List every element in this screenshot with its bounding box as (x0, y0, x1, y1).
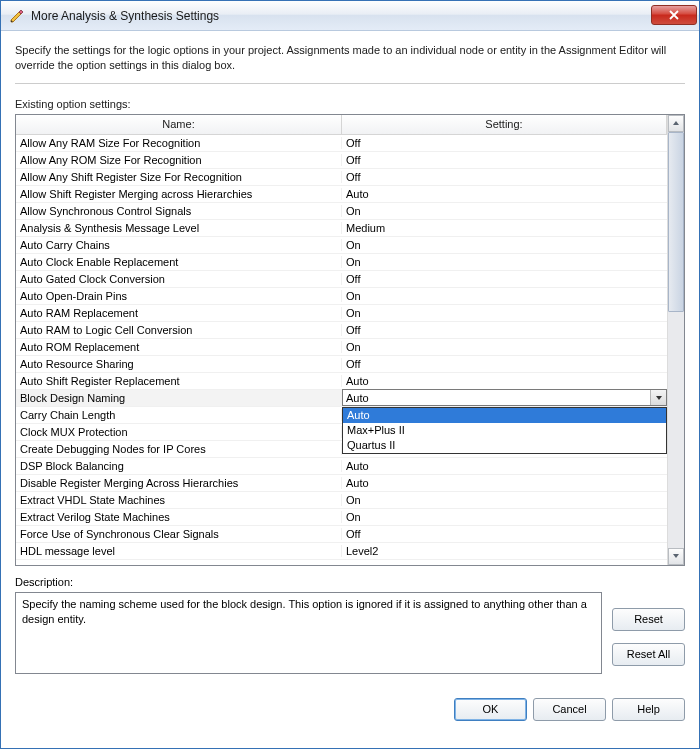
setting-name: Extract VHDL State Machines (16, 494, 342, 506)
table-row[interactable]: Auto Clock Enable ReplacementOn (16, 254, 667, 271)
setting-name: Allow Shift Register Merging across Hier… (16, 188, 342, 200)
setting-name: Auto ROM Replacement (16, 341, 342, 353)
table-row[interactable]: Allow Any Shift Register Size For Recogn… (16, 169, 667, 186)
setting-value[interactable]: Off (342, 528, 667, 540)
table-row[interactable]: Allow Any RAM Size For RecognitionOff (16, 135, 667, 152)
setting-value[interactable]: Off (342, 137, 667, 149)
settings-grid: Name: Setting: Allow Any RAM Size For Re… (15, 114, 685, 566)
setting-name: Clock MUX Protection (16, 426, 342, 438)
setting-value[interactable]: Auto (342, 389, 667, 406)
ok-button[interactable]: OK (454, 698, 527, 721)
dropdown-option[interactable]: Max+Plus II (343, 423, 666, 438)
reset-all-button[interactable]: Reset All (612, 643, 685, 666)
setting-value[interactable]: Level2 (342, 545, 667, 557)
setting-name: Auto Gated Clock Conversion (16, 273, 342, 285)
window-title: More Analysis & Synthesis Settings (31, 9, 651, 23)
setting-name: Allow Synchronous Control Signals (16, 205, 342, 217)
setting-value[interactable]: Off (342, 358, 667, 370)
setting-value[interactable]: On (342, 290, 667, 302)
setting-name: Create Debugging Nodes for IP Cores (16, 443, 342, 455)
setting-value[interactable]: Off (342, 154, 667, 166)
table-row[interactable]: Allow Synchronous Control SignalsOn (16, 203, 667, 220)
description-label: Description: (15, 576, 685, 588)
setting-value[interactable]: On (342, 494, 667, 506)
setting-name: Extract Verilog State Machines (16, 511, 342, 523)
table-row[interactable]: Auto Resource SharingOff (16, 356, 667, 373)
setting-name: Analysis & Synthesis Message Level (16, 222, 342, 234)
titlebar[interactable]: More Analysis & Synthesis Settings (1, 1, 699, 31)
combobox-text: Auto (343, 392, 650, 404)
app-icon (9, 8, 25, 24)
dropdown-option[interactable]: Auto (343, 408, 666, 423)
dialog-window: More Analysis & Synthesis Settings Speci… (0, 0, 700, 749)
table-row[interactable]: HDL message levelLevel2 (16, 543, 667, 560)
setting-value[interactable]: On (342, 307, 667, 319)
vertical-scrollbar[interactable] (667, 115, 684, 565)
setting-name: Auto Clock Enable Replacement (16, 256, 342, 268)
table-row[interactable]: Auto Carry ChainsOn (16, 237, 667, 254)
table-row[interactable]: Allow Shift Register Merging across Hier… (16, 186, 667, 203)
chevron-down-icon[interactable] (650, 390, 666, 405)
setting-value[interactable]: On (342, 511, 667, 523)
setting-name: Force Use of Synchronous Clear Signals (16, 528, 342, 540)
table-row[interactable]: Auto ROM ReplacementOn (16, 339, 667, 356)
help-button[interactable]: Help (612, 698, 685, 721)
scroll-thumb[interactable] (668, 132, 684, 312)
setting-value[interactable]: On (342, 205, 667, 217)
close-button[interactable] (651, 5, 697, 25)
setting-name: Auto Carry Chains (16, 239, 342, 251)
table-row[interactable]: Analysis & Synthesis Message LevelMedium (16, 220, 667, 237)
grid-header: Name: Setting: (16, 115, 667, 135)
table-row[interactable]: Auto RAM ReplacementOn (16, 305, 667, 322)
scroll-track[interactable] (668, 132, 684, 548)
scroll-up-arrow[interactable] (668, 115, 684, 132)
reset-button[interactable]: Reset (612, 608, 685, 631)
table-row[interactable]: Disable Register Merging Across Hierarch… (16, 475, 667, 492)
dialog-content: Specify the settings for the logic optio… (1, 31, 699, 748)
setting-value[interactable]: On (342, 239, 667, 251)
setting-name: Block Design Naming (16, 392, 342, 404)
table-row[interactable]: DSP Block BalancingAuto (16, 458, 667, 475)
table-row[interactable]: Auto RAM to Logic Cell ConversionOff (16, 322, 667, 339)
setting-value[interactable]: Auto (342, 477, 667, 489)
setting-name: Auto Resource Sharing (16, 358, 342, 370)
column-header-name[interactable]: Name: (16, 115, 342, 134)
table-row[interactable]: Auto Gated Clock ConversionOff (16, 271, 667, 288)
setting-combobox[interactable]: Auto (342, 389, 667, 406)
column-header-setting[interactable]: Setting: (342, 115, 667, 134)
setting-value[interactable]: Auto (342, 188, 667, 200)
table-row[interactable]: Allow Any ROM Size For RecognitionOff (16, 152, 667, 169)
instruction-text: Specify the settings for the logic optio… (15, 43, 685, 73)
setting-name: Carry Chain Length (16, 409, 342, 421)
setting-value[interactable]: Off (342, 324, 667, 336)
divider (15, 83, 685, 84)
setting-value[interactable]: On (342, 256, 667, 268)
cancel-button[interactable]: Cancel (533, 698, 606, 721)
table-row[interactable]: Block Design NamingAuto (16, 390, 667, 407)
table-row[interactable]: Extract VHDL State MachinesOn (16, 492, 667, 509)
table-row[interactable]: Extract Verilog State MachinesOn (16, 509, 667, 526)
setting-name: Allow Any Shift Register Size For Recogn… (16, 171, 342, 183)
setting-name: Allow Any RAM Size For Recognition (16, 137, 342, 149)
setting-name: Auto RAM Replacement (16, 307, 342, 319)
setting-name: Allow Any ROM Size For Recognition (16, 154, 342, 166)
table-row[interactable]: Auto Shift Register ReplacementAuto (16, 373, 667, 390)
dialog-footer: OK Cancel Help (15, 674, 685, 721)
scroll-down-arrow[interactable] (668, 548, 684, 565)
setting-value[interactable]: Auto (342, 375, 667, 387)
setting-value[interactable]: Auto (342, 460, 667, 472)
setting-name: HDL message level (16, 545, 342, 557)
setting-name: Auto Open-Drain Pins (16, 290, 342, 302)
combobox-dropdown[interactable]: AutoMax+Plus IIQuartus II (342, 407, 667, 454)
setting-name: Auto RAM to Logic Cell Conversion (16, 324, 342, 336)
setting-name: DSP Block Balancing (16, 460, 342, 472)
table-row[interactable]: Force Use of Synchronous Clear SignalsOf… (16, 526, 667, 543)
dropdown-option[interactable]: Quartus II (343, 438, 666, 453)
setting-value[interactable]: Off (342, 273, 667, 285)
table-row[interactable]: Auto Open-Drain PinsOn (16, 288, 667, 305)
setting-name: Auto Shift Register Replacement (16, 375, 342, 387)
description-text: Specify the naming scheme used for the b… (15, 592, 602, 674)
setting-value[interactable]: Medium (342, 222, 667, 234)
setting-value[interactable]: On (342, 341, 667, 353)
setting-value[interactable]: Off (342, 171, 667, 183)
